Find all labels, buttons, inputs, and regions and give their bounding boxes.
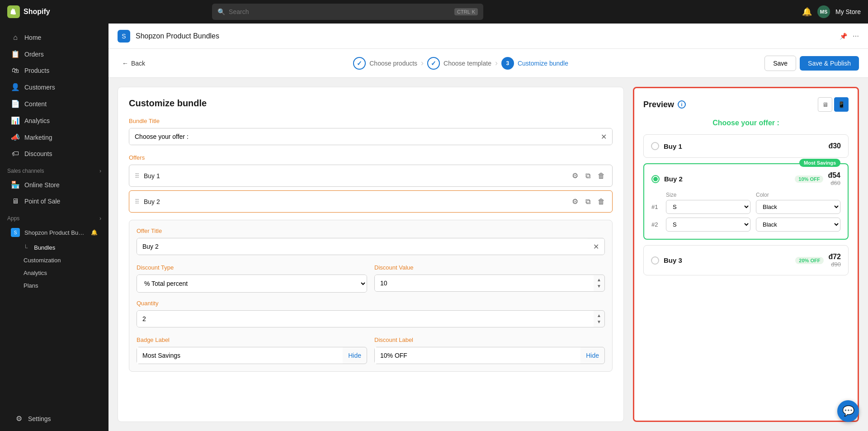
desktop-view-button[interactable]: 🖥	[818, 97, 832, 112]
badge-label-col: Badge Label Hide	[137, 336, 367, 364]
pin-icon[interactable]: 📌	[840, 33, 847, 40]
preview-offer-label-buy3: Buy 3	[664, 256, 791, 264]
search-icon: 🔍	[217, 8, 225, 15]
drag-handle-buy1[interactable]: ⠿	[135, 172, 139, 180]
radio-buy2[interactable]	[651, 175, 660, 183]
mobile-view-button[interactable]: 📱	[834, 97, 849, 112]
discount-label-hide-button[interactable]: Hide	[580, 348, 604, 363]
discount-value-input[interactable]	[375, 275, 594, 291]
back-button[interactable]: ← Back	[118, 57, 150, 70]
point-of-sale-icon: 🖥	[11, 197, 20, 205]
preview-offer-card-buy3[interactable]: Buy 3 20% OFF đ72 đ90	[643, 245, 849, 275]
sidebar-item-analytics[interactable]: 📊 Analytics	[4, 113, 105, 128]
step-separator-2: ›	[495, 58, 498, 68]
apps-label: Apps ›	[0, 210, 108, 223]
offer-title-input[interactable]	[137, 238, 588, 255]
most-savings-badge: Most Savings	[799, 159, 840, 167]
sidebar-item-home[interactable]: ⌂ Home	[4, 30, 105, 45]
quantity-down-arrow[interactable]: ▼	[596, 319, 602, 325]
preview-view-toggle: 🖥 📱	[818, 97, 849, 112]
offer-delete-buy1[interactable]: 🗑	[596, 170, 607, 182]
sidebar-item-discounts[interactable]: 🏷 Discounts	[4, 146, 105, 161]
offer-title-clear-button[interactable]: ✕	[588, 239, 604, 255]
bundle-title-input[interactable]	[129, 128, 595, 145]
mobile-icon: 📱	[838, 101, 845, 108]
offer-copy-buy1[interactable]: ⧉	[584, 170, 592, 182]
preview-title: Preview	[643, 100, 674, 109]
preview-offer-price-buy1: đ30	[828, 142, 841, 150]
discount-value-wrap: ▲ ▼	[374, 275, 605, 292]
search-input[interactable]	[229, 8, 451, 15]
offer-copy-buy2[interactable]: ⧉	[584, 195, 592, 208]
drag-handle-buy2[interactable]: ⠿	[135, 198, 139, 205]
preview-offer-card-buy1[interactable]: Buy 1 đ30	[643, 134, 849, 158]
radio-buy3[interactable]	[651, 256, 659, 265]
bundle-title-clear-button[interactable]: ✕	[595, 129, 612, 145]
sidebar-item-label: Customers	[24, 84, 55, 91]
offer-delete-buy2[interactable]: 🗑	[596, 195, 607, 208]
radio-buy1[interactable]	[651, 142, 659, 150]
preview-content: Choose your offer : Buy 1 đ30 Most Savin…	[643, 119, 849, 275]
shopify-logo-icon	[7, 5, 20, 18]
sidebar-item-label: Orders	[24, 51, 44, 58]
top-navigation: shopify 🔍 CTRL K 🔔 MS My Store	[0, 0, 868, 24]
content-area: Customize bundle Bundle Title ✕ Offers ⠿	[108, 78, 868, 431]
discount-type-label: Discount Type	[137, 264, 367, 271]
sidebar-item-label: Marketing	[24, 134, 52, 141]
sidebar: ⌂ Home 📋 Orders 🛍 Products 👤 Customers 📄…	[0, 24, 108, 431]
sidebar-sub-item-bundles[interactable]: └ Bundles	[4, 242, 105, 254]
variant-color-select-1[interactable]: BlackWhiteRed	[756, 200, 840, 214]
variant-row-1: #1 SMLXL BlackWhiteRed	[651, 200, 840, 214]
sidebar-item-orders[interactable]: 📋 Orders	[4, 46, 105, 62]
sidebar-sub-item-plans[interactable]: Plans	[4, 279, 105, 292]
offer-settings-buy1[interactable]: ⚙	[570, 170, 580, 182]
discount-down-arrow[interactable]: ▼	[596, 283, 602, 289]
preview-offer-card-buy2[interactable]: Most Savings Buy 2 10% OFF đ54 đ60	[643, 163, 849, 240]
badge-hide-button[interactable]: Hide	[343, 348, 367, 363]
offer-title-input-wrap: ✕	[137, 238, 605, 255]
sidebar-item-shopzon[interactable]: S Shopzon Product Bun... 🔔	[4, 224, 105, 241]
sidebar-item-settings[interactable]: ⚙ Settings	[7, 411, 101, 426]
sidebar-item-marketing[interactable]: 📣 Marketing	[4, 129, 105, 145]
sidebar-sub-item-analytics[interactable]: Analytics	[4, 267, 105, 279]
sidebar-item-online-store[interactable]: 🏪 Online Store	[4, 177, 105, 193]
variant-size-select-2[interactable]: SMLXL	[666, 218, 750, 232]
variant-size-select-1[interactable]: SMLXL	[666, 200, 750, 214]
step1-circle: ✓	[353, 57, 366, 70]
notification-icon[interactable]: 🔔	[802, 7, 812, 17]
sidebar-item-label: Products	[24, 67, 49, 74]
preview-offer-label-buy1: Buy 1	[664, 142, 824, 150]
offer-actions-buy2: ⚙ ⧉ 🗑	[570, 195, 607, 208]
discount-type-select[interactable]: % Total percent $ Fixed amount % Per ite…	[137, 275, 367, 292]
offer-settings-buy2[interactable]: ⚙	[570, 195, 580, 208]
save-button[interactable]: Save	[764, 56, 796, 71]
store-name: My Store	[835, 8, 861, 15]
discount-up-arrow[interactable]: ▲	[596, 277, 602, 283]
chat-button[interactable]: 💬	[837, 400, 859, 422]
discount-value-label: Discount Value	[374, 264, 605, 271]
variant-color-select-2[interactable]: BlackWhiteRed	[756, 218, 840, 232]
shopify-brand-name: shopify	[24, 8, 50, 16]
global-search-bar[interactable]: 🔍 CTRL K	[212, 4, 483, 20]
variant-headers: Size Color	[666, 192, 840, 198]
quantity-up-arrow[interactable]: ▲	[596, 313, 602, 319]
step-separator-1: ›	[421, 58, 424, 68]
expand-apps-icon[interactable]: ›	[99, 215, 101, 222]
offers-section: Offers ⠿ Buy 1 ⚙ ⧉ 🗑 ⠿	[129, 154, 613, 372]
variant-section-buy2: Size Color #1 SMLXL	[651, 192, 840, 232]
variant-num-1: #1	[651, 204, 660, 210]
discount-label-input[interactable]	[375, 347, 580, 364]
sidebar-item-point-of-sale[interactable]: 🖥 Point of Sale	[4, 194, 105, 209]
left-panel: Customize bundle Bundle Title ✕ Offers ⠿	[118, 87, 624, 422]
save-publish-button[interactable]: Save & Publish	[800, 56, 859, 71]
sidebar-item-content[interactable]: 📄 Content	[4, 96, 105, 112]
sidebar-item-customers[interactable]: 👤 Customers	[4, 79, 105, 95]
offer-name-buy2: Buy 2	[144, 198, 570, 205]
sidebar-sub-item-customization[interactable]: Customization	[4, 254, 105, 266]
quantity-section: Quantity ▲ ▼	[137, 300, 605, 327]
more-icon[interactable]: ⋯	[853, 33, 859, 40]
quantity-input[interactable]	[137, 311, 594, 327]
badge-label-input[interactable]	[137, 347, 343, 364]
expand-sales-icon[interactable]: ›	[99, 168, 101, 174]
sidebar-item-products[interactable]: 🛍 Products	[4, 63, 105, 78]
